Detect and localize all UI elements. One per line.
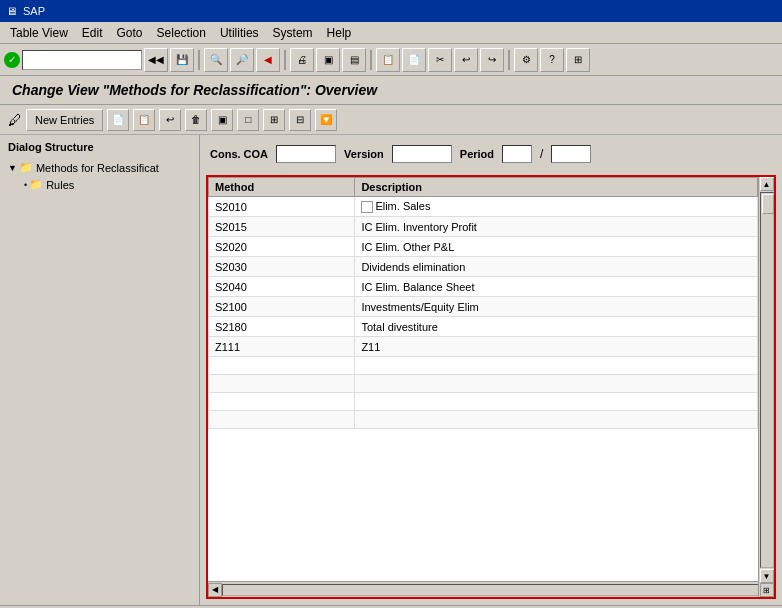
table-row[interactable]	[209, 375, 758, 393]
print-btn[interactable]: 🖨	[290, 48, 314, 72]
period-sub-input[interactable]	[551, 145, 591, 163]
copy-btn[interactable]: 📋	[376, 48, 400, 72]
col-header-method: Method	[209, 178, 355, 197]
new-entries-button[interactable]: New Entries	[26, 109, 103, 131]
scroll-up-btn[interactable]: ▲	[760, 177, 774, 191]
table-row[interactable]	[209, 393, 758, 411]
settings-btn[interactable]: ⚙	[514, 48, 538, 72]
redo-btn[interactable]: ↪	[480, 48, 504, 72]
menu-item-tableview[interactable]: Table View	[4, 24, 74, 42]
cell-description: IC Elim. Balance Sheet	[355, 277, 758, 297]
deselect-btn[interactable]: □	[237, 109, 259, 131]
table-row[interactable]: S2030Dividends elimination	[209, 257, 758, 277]
scroll-track[interactable]	[760, 192, 774, 568]
cell-description: Elim. Sales	[355, 197, 758, 217]
menu-item-utilities[interactable]: Utilities	[214, 24, 265, 42]
table-row[interactable]: Z111Z11	[209, 337, 758, 357]
undo-btn[interactable]: ↩	[454, 48, 478, 72]
find-btn[interactable]: 🔍	[204, 48, 228, 72]
sidebar-item-methods[interactable]: ▼ 📁 Methods for Reclassificat	[4, 159, 195, 176]
command-input[interactable]	[22, 50, 142, 70]
table-row[interactable]: S2020IC Elim. Other P&L	[209, 237, 758, 257]
page1-btn[interactable]: ▣	[316, 48, 340, 72]
find-next-btn[interactable]: 🔎	[230, 48, 254, 72]
sidebar: Dialog Structure ▼ 📁 Methods for Reclass…	[0, 135, 200, 605]
sidebar-label-rules: Rules	[46, 179, 74, 191]
cell-description: Investments/Equity Elim	[355, 297, 758, 317]
scroll-thumb[interactable]	[762, 194, 774, 214]
paste-row-btn[interactable]: 📋	[133, 109, 155, 131]
save-btn[interactable]: 💾	[170, 48, 194, 72]
cut-btn[interactable]: ✂	[428, 48, 452, 72]
paste-btn[interactable]: 📄	[402, 48, 426, 72]
cell-method: S2020	[209, 237, 355, 257]
page2-btn[interactable]: ▤	[342, 48, 366, 72]
select-btn[interactable]: ▣	[211, 109, 233, 131]
table-row[interactable]: S2100Investments/Equity Elim	[209, 297, 758, 317]
separator-4	[508, 50, 510, 70]
menu-item-system[interactable]: System	[267, 24, 319, 42]
help-btn[interactable]: ?	[540, 48, 564, 72]
cell-method: S2010	[209, 197, 355, 217]
right-panel: Cons. COA Version Period 0 / Method Desc…	[200, 135, 782, 605]
sidebar-item-rules[interactable]: • 📁 Rules	[4, 176, 195, 193]
menu-item-edit[interactable]: Edit	[76, 24, 109, 42]
folder-icon-rules: 📁	[29, 178, 43, 191]
nav1-btn[interactable]: ◀	[256, 48, 280, 72]
cell-description	[355, 393, 758, 411]
action-icon: 🖊	[8, 112, 22, 128]
row-checkbox[interactable]	[361, 201, 373, 213]
cell-method	[209, 411, 355, 429]
table-row[interactable]	[209, 411, 758, 429]
sidebar-label-methods: Methods for Reclassificat	[36, 162, 159, 174]
version-input[interactable]	[392, 145, 452, 163]
filter-row: Cons. COA Version Period 0 /	[206, 141, 776, 167]
separator-1	[198, 50, 200, 70]
toolbar: ✓ ◀◀ 💾 🔍 🔎 ◀ 🖨 ▣ ▤ 📋 📄 ✂ ↩ ↪ ⚙ ? ⊞	[0, 44, 782, 76]
cell-method: S2100	[209, 297, 355, 317]
filter-btn[interactable]: 🔽	[315, 109, 337, 131]
resize-handle: ⊞	[760, 583, 774, 597]
cell-method	[209, 357, 355, 375]
scrollbar-vertical[interactable]: ▲ ▼ ⊞	[758, 177, 774, 597]
back-btn[interactable]: ◀◀	[144, 48, 168, 72]
table-row[interactable]	[209, 357, 758, 375]
title-bar-icon: 🖥	[6, 5, 17, 17]
cell-method: S2015	[209, 217, 355, 237]
cell-method: S2040	[209, 277, 355, 297]
new-entries-label: New Entries	[35, 114, 94, 126]
menu-item-goto[interactable]: Goto	[111, 24, 149, 42]
cell-description: Total divestiture	[355, 317, 758, 337]
tree-arrow-methods: ▼	[8, 163, 17, 173]
undo-row-btn[interactable]: ↩	[159, 109, 181, 131]
scroll-down-btn[interactable]: ▼	[760, 569, 774, 583]
scroll-left-btn[interactable]: ◀	[208, 583, 222, 597]
cell-description: IC Elim. Inventory Profit	[355, 217, 758, 237]
period-input[interactable]: 0	[502, 145, 532, 163]
version-label: Version	[344, 148, 384, 160]
table-row[interactable]: S2180Total divestiture	[209, 317, 758, 337]
cell-method	[209, 375, 355, 393]
cons-coa-input[interactable]	[276, 145, 336, 163]
table-row[interactable]: S2015IC Elim. Inventory Profit	[209, 217, 758, 237]
main-content: Dialog Structure ▼ 📁 Methods for Reclass…	[0, 135, 782, 605]
action-toolbar: 🖊 New Entries 📄 📋 ↩ 🗑 ▣ □ ⊞ ⊟ 🔽	[0, 105, 782, 135]
menu-item-help[interactable]: Help	[321, 24, 358, 42]
cons-coa-label: Cons. COA	[210, 148, 268, 160]
deselect-all-btn[interactable]: ⊟	[289, 109, 311, 131]
menu-item-selection[interactable]: Selection	[151, 24, 212, 42]
scrollbar-horizontal[interactable]: ◀ ▶	[208, 581, 774, 597]
extra-btn[interactable]: ⊞	[566, 48, 590, 72]
table-row[interactable]: S2040IC Elim. Balance Sheet	[209, 277, 758, 297]
delete-btn[interactable]: 🗑	[185, 109, 207, 131]
table-row[interactable]: S2010Elim. Sales	[209, 197, 758, 217]
cell-description: IC Elim. Other P&L	[355, 237, 758, 257]
separator-2	[284, 50, 286, 70]
col-header-description: Description	[355, 178, 758, 197]
copy-row-btn[interactable]: 📄	[107, 109, 129, 131]
select-all-btn[interactable]: ⊞	[263, 109, 285, 131]
hscroll-track[interactable]	[222, 584, 760, 596]
page-title: Change View "Methods for Reclassificatio…	[12, 82, 770, 98]
cell-description	[355, 357, 758, 375]
cell-method: S2180	[209, 317, 355, 337]
